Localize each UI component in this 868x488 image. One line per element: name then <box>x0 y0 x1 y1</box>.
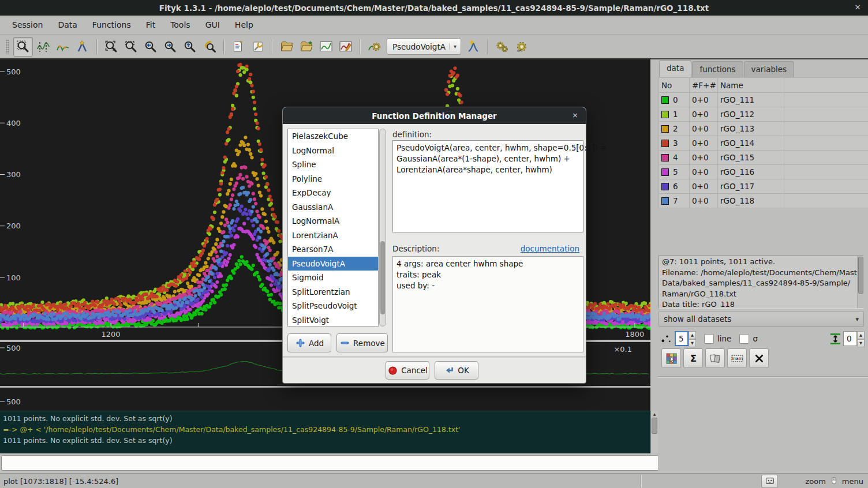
edit-data-button[interactable] <box>336 37 355 56</box>
stepper-up-icon[interactable]: ▲ <box>689 331 696 339</box>
dataset-row-rGO_112[interactable]: 10+0rGO_112 <box>659 107 868 122</box>
data-range-mode-button[interactable] <box>34 37 53 56</box>
session-log-button[interactable] <box>229 37 248 56</box>
dataset-row-rGO_113[interactable]: 20+0rGO_113 <box>659 122 868 136</box>
strip-background-button[interactable] <box>365 37 384 56</box>
settings-button[interactable] <box>249 37 267 56</box>
menu-gui[interactable]: GUI <box>198 16 227 34</box>
add-button[interactable]: Add <box>287 333 331 352</box>
menu-functions[interactable]: Functions <box>85 16 139 34</box>
dialog-close-button[interactable]: × <box>572 111 578 119</box>
scrollbar-thumb[interactable] <box>652 418 657 434</box>
execute-functions-button[interactable] <box>512 37 531 56</box>
column-header-name[interactable]: Name <box>718 78 784 93</box>
function-list-item-GaussianA[interactable]: GaussianA <box>288 200 378 215</box>
copy-dataset-button[interactable] <box>705 348 725 368</box>
function-list-item-LorentzianA[interactable]: LorentzianA <box>288 228 378 243</box>
dataset-colors-button[interactable] <box>661 348 681 368</box>
line-checkbox[interactable] <box>704 334 714 344</box>
zoom-up-button[interactable] <box>181 37 199 56</box>
function-list-item-SplitVoigt[interactable]: SplitVoigt <box>288 313 378 327</box>
tab-data[interactable]: data <box>659 60 691 77</box>
remove-button[interactable]: Remove <box>336 333 388 352</box>
dataset-row-rGO_117[interactable]: 60+0rGO_117 <box>659 179 868 194</box>
tab-variables[interactable]: variables <box>744 61 795 77</box>
function-list-item-LogNormalA[interactable]: LogNormalA <box>288 214 378 228</box>
function-list-item-SplitLorentzian[interactable]: SplitLorentzian <box>288 285 378 299</box>
command-input[interactable] <box>1 455 666 471</box>
function-list-item-ExpDecay[interactable]: ExpDecay <box>288 186 378 200</box>
function-list-item-LogNormal[interactable]: LogNormal <box>288 144 378 158</box>
zoom-all-button[interactable] <box>102 37 121 56</box>
window-close-button[interactable]: × <box>854 2 861 12</box>
cancel-button[interactable]: Cancel <box>386 361 429 380</box>
definition-textarea[interactable]: PseudoVoigtA(area, center, hwhm, shape=0… <box>392 140 583 232</box>
data-shift-stepper[interactable]: 0 ▲▼ <box>843 331 865 346</box>
zoom-back-button[interactable] <box>200 37 219 56</box>
function-list-item-SplitPseudoVoigt[interactable]: SplitPseudoVoigt <box>288 299 378 313</box>
zoom-mode-button[interactable] <box>13 37 33 57</box>
dataset-color-swatch[interactable] <box>661 96 669 104</box>
stepper-down-icon[interactable]: ▼ <box>689 339 696 347</box>
mouse-config-button[interactable] <box>761 475 778 488</box>
sigma-checkbox[interactable] <box>739 334 749 344</box>
baseline-mode-button[interactable] <box>54 37 72 56</box>
definition-line: PseudoVoigtA(area, center, hwhm, shape=0… <box>396 142 579 153</box>
console-scrollbar[interactable]: ▲ <box>650 411 658 453</box>
menu-tools[interactable]: Tools <box>163 16 198 34</box>
function-list-item-PseudoVoigtA[interactable]: PseudoVoigtA <box>288 257 378 271</box>
column-header-blank[interactable] <box>784 78 868 93</box>
point-size-value[interactable]: 5 <box>675 331 689 346</box>
dataset-color-swatch[interactable] <box>661 154 669 162</box>
menu-session[interactable]: Session <box>5 16 50 34</box>
menu-fit[interactable]: Fit <box>139 16 163 34</box>
zoom-vertically-button[interactable] <box>122 37 140 56</box>
dataset-color-swatch[interactable] <box>661 111 669 118</box>
documentation-link[interactable]: documentation <box>521 244 579 253</box>
dataset-color-swatch[interactable] <box>661 168 669 176</box>
open-data-button[interactable] <box>278 37 296 56</box>
delete-dataset-button[interactable] <box>749 348 769 368</box>
open-data-merge-button[interactable] <box>297 37 316 56</box>
function-list-item-Spline[interactable]: Spline <box>288 157 378 172</box>
tab-functions[interactable]: functions <box>692 61 743 77</box>
stepper-down-icon[interactable]: ▼ <box>857 339 865 347</box>
info-scrollbar[interactable] <box>857 256 864 308</box>
function-type-select[interactable]: PseudoVoigtA▾ <box>387 38 461 55</box>
ok-button[interactable]: OK <box>435 361 478 380</box>
zoom-next-button[interactable] <box>161 37 179 56</box>
dataset-display-mode-select[interactable]: show all datasets ▾ <box>659 311 864 327</box>
function-list-scrollbar[interactable] <box>379 129 386 326</box>
zoom-previous-button[interactable] <box>141 37 160 56</box>
menu-help[interactable]: Help <box>227 16 261 34</box>
column-header-f[interactable]: #F+# <box>690 78 718 93</box>
menu-data[interactable]: Data <box>50 16 84 34</box>
point-size-stepper[interactable]: 5 ▲▼ <box>675 331 696 346</box>
dataset-row-rGO_116[interactable]: 50+0rGO_116 <box>659 165 868 179</box>
auto-add-peak-button[interactable] <box>464 37 482 56</box>
dataset-row-rGO_115[interactable]: 40+0rGO_115 <box>659 151 868 165</box>
function-list-item-PielaszekCube[interactable]: PielaszekCube <box>288 129 378 144</box>
aux-plot-2[interactable]: 500 <box>0 388 650 411</box>
define-functions-button[interactable] <box>493 37 511 56</box>
function-list-item-Sigmoid[interactable]: Sigmoid <box>288 271 378 285</box>
save-plot-button[interactable] <box>317 37 335 56</box>
dataset-row-rGO_114[interactable]: 30+0rGO_114 <box>659 136 868 151</box>
dataset-row-rGO_118[interactable]: 70+0rGO_118 <box>659 194 868 208</box>
function-list-item-Polyline[interactable]: Polyline <box>288 172 378 186</box>
data-shift-value[interactable]: 0 <box>843 331 857 346</box>
dataset-color-swatch[interactable] <box>661 197 669 205</box>
dataset-color-swatch[interactable] <box>661 125 669 133</box>
function-list-item-Pearson7A[interactable]: Pearson7A <box>288 242 378 257</box>
sidebar-splitter[interactable] <box>650 59 658 411</box>
dataset-color-swatch[interactable] <box>661 140 669 147</box>
dataset-row-rGO_111[interactable]: 00+0rGO_111 <box>659 93 868 107</box>
dataset-color-swatch[interactable] <box>661 183 669 190</box>
column-header-no[interactable]: No <box>659 78 690 93</box>
rename-dataset-button[interactable]: Inam <box>727 348 747 368</box>
scroll-up-icon[interactable]: ▲ <box>651 411 658 417</box>
stepper-up-icon[interactable]: ▲ <box>857 331 865 339</box>
sum-datasets-button[interactable]: Σ <box>683 348 703 368</box>
function-list[interactable]: PielaszekCubeLogNormalSplinePolylineExpD… <box>287 129 379 326</box>
add-peak-mode-button[interactable] <box>73 37 92 56</box>
